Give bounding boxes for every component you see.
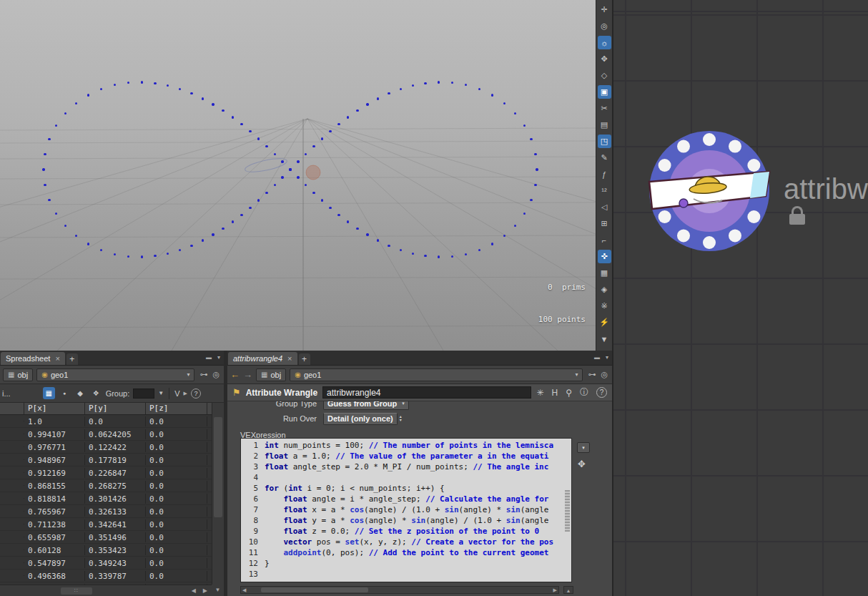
hscroll-thumb[interactable]: ∷	[61, 587, 92, 595]
param-label: Run Over	[227, 414, 323, 423]
view-controls-icon[interactable]: ✛	[598, 3, 611, 16]
group-type-dropdown[interactable]: Guess from Group ▾	[323, 401, 409, 410]
path-root-label: obj	[270, 371, 281, 379]
editor-scrollbar[interactable]	[565, 490, 570, 532]
gem-display-icon[interactable]: ◈	[598, 283, 611, 296]
link-target-icon[interactable]: ◎	[212, 370, 220, 379]
snip-icon[interactable]: ✂	[598, 102, 611, 115]
group-label: Group:	[106, 389, 130, 398]
path-chip-obj[interactable]: ▦ obj	[256, 368, 286, 381]
draw-icon[interactable]: ✎	[598, 151, 611, 165]
scene-viewport[interactable]: 0 prims 100 points	[0, 0, 596, 351]
forward-icon[interactable]: →	[243, 369, 252, 380]
code-line: 13	[241, 569, 571, 580]
pin-icon[interactable]: ⊶	[199, 370, 207, 379]
function-icon[interactable]: ƒ	[598, 167, 611, 181]
editor-menu-button[interactable]: ▾	[577, 442, 590, 453]
pan-tool-icon[interactable]: ✥	[598, 52, 611, 66]
attribs-icon[interactable]: ◆	[74, 387, 87, 399]
chevron-down-icon[interactable]: ▾	[187, 371, 189, 378]
path-chip-obj[interactable]: ▦ obj	[3, 368, 33, 381]
attribwrangle-node[interactable]	[613, 0, 868, 596]
pivot-icon[interactable]: ◎	[598, 19, 611, 33]
more-options-icon[interactable]: ▼	[598, 332, 611, 346]
scroll-corner[interactable]: ▼	[212, 585, 224, 596]
grid-snap-icon[interactable]: ⊞	[598, 217, 611, 230]
path-node-label: geo1	[51, 371, 68, 379]
network-editor[interactable]: attribwrangle4	[612, 0, 868, 596]
flash-icon[interactable]: ⚡	[598, 316, 611, 329]
params-hscrollbar[interactable]: ◀ ▶	[240, 586, 559, 594]
visibility-label[interactable]: V	[174, 389, 179, 398]
show-points-icon[interactable]: ▦	[43, 387, 55, 399]
close-icon[interactable]: ×	[55, 354, 59, 363]
run-over-dropdown[interactable]: Detail (only once)	[323, 413, 398, 425]
dot-icon[interactable]: ●	[59, 387, 71, 399]
back-icon[interactable]: ←	[230, 369, 240, 380]
particles-icon[interactable]: ※	[598, 299, 611, 313]
normals-icon[interactable]: ◁	[598, 200, 611, 214]
hscroll-thumb[interactable]	[261, 587, 368, 592]
editor-expand-icon[interactable]: ✥	[578, 459, 586, 469]
filter-funnel-icon[interactable]: ▼	[158, 390, 164, 396]
search-icon[interactable]: ⚲	[566, 388, 572, 398]
path-chip-geo1[interactable]: ◉ geo1 ▾	[290, 368, 583, 381]
tab-attribwrangle4[interactable]: attribwrangle4 ×	[228, 352, 297, 365]
info-icon[interactable]: ⓘ	[580, 386, 588, 399]
node-name-input[interactable]: attribwrangle4	[322, 386, 531, 399]
material-icon[interactable]: ▤	[598, 118, 611, 132]
pin-icon[interactable]: ⊶	[588, 370, 596, 379]
shading-icon[interactable]: ◇	[598, 69, 611, 82]
tab-spreadsheet[interactable]: Spreadsheet ×	[1, 352, 65, 365]
crosshair-icon[interactable]: ✜	[598, 250, 611, 263]
help-icon[interactable]: ?	[596, 387, 607, 398]
point-dot	[55, 212, 57, 215]
template-icon[interactable]: ▦	[598, 266, 611, 280]
point-dot	[478, 88, 480, 90]
params-tabbar: attribwrangle4 × + ▬ ▾	[227, 351, 612, 366]
close-icon[interactable]: ×	[287, 354, 292, 363]
cook-settings-icon[interactable]: ✳	[536, 388, 543, 398]
point-dot	[289, 168, 291, 170]
new-tab-button[interactable]: +	[299, 353, 310, 365]
point-dot	[141, 81, 143, 83]
scroll-right-icon[interactable]: ▶	[203, 587, 207, 594]
points-display-icon[interactable]: ◳	[598, 135, 611, 148]
spreadsheet-vscrollbar[interactable]	[212, 403, 224, 585]
point-dot	[55, 124, 57, 127]
point-dot	[329, 207, 331, 209]
group-input[interactable]	[133, 389, 154, 399]
play-icon[interactable]: ▶	[184, 391, 187, 396]
corner-pin-icon[interactable]: ⌐	[598, 233, 611, 247]
point-dot	[42, 168, 44, 170]
chevron-down-icon[interactable]: ▾	[575, 371, 578, 378]
path-chip-geo1[interactable]: ◉ geo1 ▾	[36, 368, 194, 381]
spinner-stepper[interactable]: ▴ ▾	[400, 415, 402, 422]
point-dot	[281, 176, 283, 178]
scroll-left-icon[interactable]: ◀	[192, 587, 196, 594]
pane-bar-icon[interactable]: ▬	[206, 354, 212, 361]
groups-icon[interactable]: ❖	[90, 387, 102, 399]
table-row: 0.8681550.2682750.0	[0, 479, 212, 492]
spreadsheet-hscrollbar[interactable]: ∷ ◀ ▶	[0, 585, 212, 596]
truncated-label: i...	[2, 389, 11, 398]
point-dot	[212, 233, 214, 235]
pane-menu-icon[interactable]: ▾	[606, 354, 608, 361]
scroll-up-button[interactable]: ▲	[563, 586, 573, 594]
new-tab-button[interactable]: +	[66, 353, 78, 365]
vex-code-editor[interactable]: 1int num_points = 100; // The number of …	[240, 438, 572, 582]
help-icon[interactable]: ?	[191, 389, 201, 399]
hda-icon[interactable]: H	[552, 388, 558, 398]
geometry-spreadsheet[interactable]: P[x]P[y]P[z] 1.00.00.00.9941070.06242050…	[0, 403, 212, 585]
spreadsheet-header-row: P[x]P[y]P[z]	[0, 403, 212, 415]
viewport-points	[0, 0, 596, 351]
pane-menu-icon[interactable]: ▾	[217, 354, 220, 361]
display-geometry-icon[interactable]: ▣	[598, 85, 611, 99]
prim-count: 0 prims	[538, 282, 586, 293]
scroll-left-icon: ◀	[242, 587, 246, 593]
pane-bar-icon[interactable]: ▬	[594, 354, 600, 361]
link-target-icon[interactable]: ◎	[601, 370, 608, 379]
lighting-icon[interactable]: ☼	[598, 36, 611, 49]
point-dot	[297, 160, 299, 162]
dimension-icon[interactable]: ¹²	[598, 184, 611, 197]
